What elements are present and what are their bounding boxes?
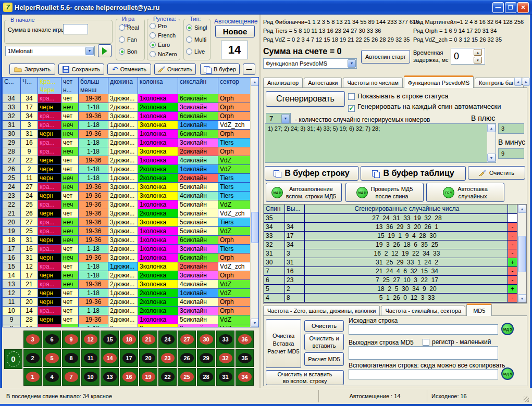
spin-row[interactable]: 71621 24 4 6 32 15 34- xyxy=(264,267,526,276)
source-string-input[interactable] xyxy=(349,324,498,335)
board-number-cell[interactable]: 1 xyxy=(23,368,42,386)
chevron-down-icon[interactable]: ▼ xyxy=(85,47,94,55)
history-header-cell[interactable] xyxy=(108,86,138,94)
board-number-cell[interactable]: 24 xyxy=(158,331,177,348)
history-header-cell[interactable] xyxy=(218,86,251,94)
board-number-cell[interactable]: 15 xyxy=(101,331,119,348)
history-row[interactable]: 313кра...неч1-181дюжи...3колонка1сиклайн… xyxy=(3,121,258,130)
title-bar[interactable]: 7 HelperRoullet 5.6- create helperroulle… xyxy=(0,0,532,15)
start-sum-input[interactable] xyxy=(63,24,88,34)
board-number-cell[interactable]: 29 xyxy=(197,349,215,367)
board-number-cell[interactable]: 8 xyxy=(62,349,80,367)
spin-row[interactable]: 6237 25 27 10 3 22 17- xyxy=(264,276,526,285)
plus-field[interactable]: 3 xyxy=(498,123,524,134)
board-number-cell[interactable]: 31 xyxy=(216,368,234,386)
history-header-cell[interactable]: колонка xyxy=(138,78,178,86)
aux-string-input[interactable] xyxy=(349,369,498,379)
history-row[interactable]: 3317черннеч1-182дюжи...2колонка3сиклайнO… xyxy=(3,103,258,112)
radio-multi[interactable]: Multi xyxy=(186,36,206,43)
show-status-checkbox[interactable]: Показывать в строке статуса xyxy=(348,92,449,100)
lowercase-checkbox[interactable]: регистр - маленький xyxy=(423,338,491,346)
radio-pro[interactable]: Pro xyxy=(150,23,167,29)
chevron-down-icon[interactable]: ▼ xyxy=(281,114,290,123)
history-row[interactable]: 819кра...неч1-182дюжи...3колонка3сиклайн… xyxy=(3,324,258,327)
radio-french[interactable]: French xyxy=(150,32,176,39)
history-table-scrollbar[interactable]: ▲ ▼ xyxy=(250,78,258,327)
history-row[interactable]: 122чернчет1-181дюжи...2колонка1сиклайнVd… xyxy=(3,289,258,298)
board-number-cell[interactable]: 35 xyxy=(236,349,254,367)
tab-scroll-left-icon[interactable]: ◄ xyxy=(514,78,522,86)
board-number-cell[interactable]: 2 xyxy=(23,349,42,367)
board-number-cell[interactable]: 34 xyxy=(236,368,254,386)
history-row[interactable]: 2427кра...неч19-363дюжи...3колонка5сикла… xyxy=(3,183,258,192)
autobet-random-button[interactable]: ГС Ч Автоставкаслучайных xyxy=(426,183,504,202)
spin-up-icon[interactable]: ▲ xyxy=(474,49,482,56)
spin-row[interactable]: 485 1 26 0 12 3 33- xyxy=(264,294,526,302)
generate-button[interactable]: Сгенерировать xyxy=(266,91,345,107)
board-number-cell[interactable]: 18 xyxy=(120,331,138,348)
undo-button[interactable]: ↶ Отменить xyxy=(107,64,151,75)
autospin-start-button[interactable]: Автоспин старт xyxy=(361,50,410,64)
board-number-cell[interactable]: 13 xyxy=(101,368,119,386)
history-header-cell[interactable]: Кра... xyxy=(38,78,61,86)
md5-clear-button[interactable]: Очистить xyxy=(304,320,344,332)
spin-row[interactable]: 303131 25 29 33 1 24 2+ xyxy=(264,258,526,267)
board-number-cell[interactable]: 26 xyxy=(178,349,196,367)
spin-row[interactable]: 31316 2 12 19 22 34 33- xyxy=(264,249,526,258)
history-row[interactable]: 3234кра...чет19-363дюжи...1колонка6сикла… xyxy=(3,112,258,121)
new-button[interactable]: Новое xyxy=(215,25,255,37)
minus-button[interactable]: — xyxy=(243,64,255,75)
history-header-cell[interactable]: сектор xyxy=(218,78,251,86)
board-number-cell[interactable]: 20 xyxy=(139,349,157,367)
history-row[interactable]: 2027кра...неч19-363дюжи...3колонка5сикла… xyxy=(3,218,258,227)
board-number-cell[interactable]: 21 xyxy=(139,331,157,348)
history-header-cell[interactable]: дюжина xyxy=(108,78,138,86)
history-row[interactable]: 1321кра...неч19-362дюжи...3колонка4сикла… xyxy=(3,280,258,289)
history-row[interactable]: 1631черннеч19-363дюжи...1колонка6сиклайн… xyxy=(3,253,258,262)
maximize-button[interactable]: ❐ xyxy=(505,2,516,13)
board-number-cell[interactable]: 7 xyxy=(62,368,80,386)
spin-down-icon[interactable]: ▼ xyxy=(474,57,482,64)
history-header-cell[interactable] xyxy=(138,86,178,94)
tab-frequencies[interactable]: Частоты по числам xyxy=(343,78,402,88)
board-number-cell[interactable]: 14 xyxy=(101,349,119,367)
minimize-button[interactable]: — xyxy=(492,2,504,13)
history-row[interactable]: 1831черннеч19-363дюжи...1колонка6сиклайн… xyxy=(3,236,258,245)
tab-functional-psevdoms[interactable]: Функционал PsevdoMS xyxy=(404,75,474,88)
scrollbar-thumb[interactable] xyxy=(518,236,526,272)
board-number-cell[interactable]: 10 xyxy=(81,368,100,386)
scroll-up-icon[interactable]: ▲ xyxy=(251,78,259,86)
history-row[interactable]: 2722чернчет19-362дюжи...1колонка4сиклайн… xyxy=(3,156,258,165)
autoshift-value[interactable]: 14 xyxy=(221,41,248,59)
buffer-table-button[interactable]: В буфер таблицу xyxy=(361,166,466,181)
to-buffer-button[interactable]: В буфер xyxy=(200,64,240,75)
spin-row[interactable]: 3527 24 31 33 19 32 28 xyxy=(264,214,526,223)
board-number-cell[interactable]: 16 xyxy=(120,368,138,386)
tab-scroll-right-icon[interactable]: ► xyxy=(523,78,530,86)
history-header-cell[interactable] xyxy=(3,86,21,94)
history-row[interactable]: 1716кра...чет1-182дюжи...1колонка3сиклай… xyxy=(3,245,258,253)
history-row[interactable]: 2225кра...неч19-363дюжи...1колонка5сикла… xyxy=(3,200,258,209)
spin-row[interactable]: 343413 36 29 3 20 26 1- xyxy=(264,223,526,232)
out-string-input[interactable] xyxy=(349,346,498,360)
board-number-cell[interactable]: 17 xyxy=(120,349,138,367)
board-number-cell[interactable]: 5 xyxy=(43,349,61,367)
auto-generate-checkbox[interactable]: ✓Генерировать на каждый спин автоматичес… xyxy=(348,103,501,112)
board-number-cell[interactable]: 9 xyxy=(62,331,80,348)
board-number-cell[interactable]: 3 xyxy=(23,331,42,348)
tab-autobets[interactable]: Автоставки xyxy=(304,78,342,88)
spin-row[interactable]: 5218 2 5 30 34 9 20+ xyxy=(264,285,526,294)
buffer-line-button[interactable]: В буфер строку xyxy=(265,166,358,181)
scroll-up-icon[interactable]: ▲ xyxy=(487,124,496,132)
history-row[interactable]: 3031черннеч19-363дюжи...1колонка6сиклайн… xyxy=(3,130,258,138)
history-row[interactable]: 1417черннеч1-182дюжи...2колонка3сиклайнO… xyxy=(3,271,258,280)
functional-combo[interactable]: Функционал PsevdoMS ▼ xyxy=(263,58,357,69)
radio-nozero[interactable]: NoZero xyxy=(150,51,177,57)
spin-table-scrollbar[interactable]: ▲ ▼ xyxy=(517,205,526,302)
history-header-cell[interactable] xyxy=(178,86,218,94)
radio-live[interactable]: Live xyxy=(186,48,205,55)
md5-calc-icon-button[interactable]: МД 5 xyxy=(501,323,514,335)
history-row[interactable]: 289кра...неч1-181дюжи...3колонка2сиклайн… xyxy=(3,147,258,156)
history-header-cell[interactable]: н... xyxy=(61,86,79,94)
radio-real[interactable]: Real xyxy=(119,24,139,31)
